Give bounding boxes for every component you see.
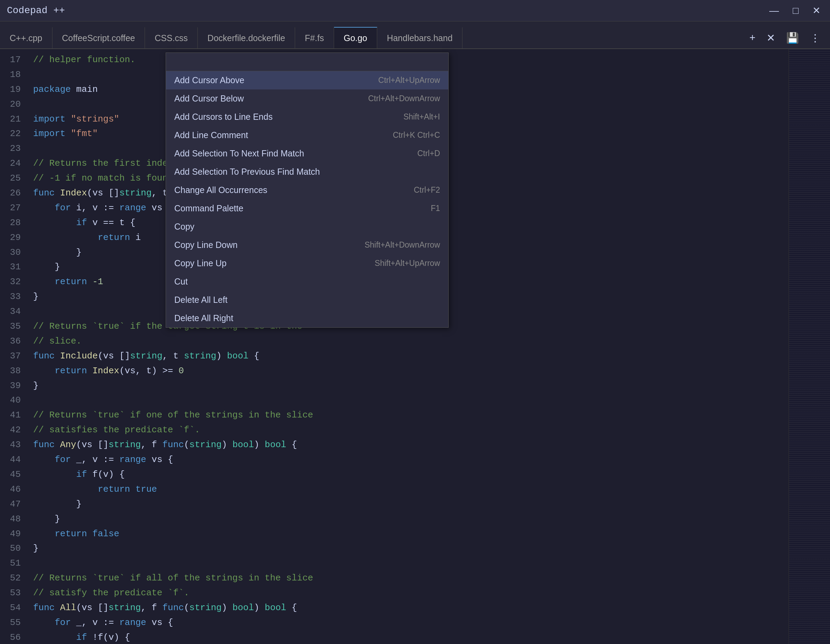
menu-item-add-cursors-line-ends[interactable]: Add Cursors to Line Ends Shift+Alt+I	[166, 108, 448, 126]
menu-item-label: Add Line Comment	[174, 130, 248, 140]
line-num: 34	[0, 304, 21, 319]
menu-item-delete-all-right[interactable]: Delete All Right	[166, 309, 448, 327]
line-num: 23	[0, 141, 21, 156]
line-num: 49	[0, 527, 21, 541]
minimap	[789, 49, 830, 644]
tab-bar: C++.cpp CoffeeScript.coffee CSS.css Dock…	[0, 21, 830, 49]
menu-item-shortcut: Shift+Alt+I	[404, 112, 440, 122]
menu-item-cut[interactable]: Cut	[166, 273, 448, 291]
app-title: Codepad ++	[7, 5, 65, 16]
line-num: 27	[0, 201, 21, 216]
line-num: 33	[0, 289, 21, 304]
menu-item-shortcut: Shift+Alt+UpArrow	[375, 259, 440, 268]
line-numbers: 17 18 19 20 21 22 23 24 25 26 27 28 29 3…	[0, 49, 28, 644]
menu-item-label: Add Cursors to Line Ends	[174, 112, 272, 122]
minimize-button[interactable]: —	[767, 4, 782, 17]
menu-item-add-selection-previous[interactable]: Add Selection To Previous Find Match	[166, 163, 448, 181]
more-tab-button[interactable]: ⋮	[807, 30, 823, 45]
line-num: 43	[0, 438, 21, 452]
line-num: 50	[0, 541, 21, 556]
line-num: 28	[0, 216, 21, 230]
context-search-input[interactable]	[171, 56, 443, 67]
line-num: 53	[0, 585, 21, 601]
tab-cpp[interactable]: C++.cpp	[0, 27, 52, 48]
line-num: 21	[0, 112, 21, 127]
line-num: 18	[0, 67, 21, 82]
menu-item-copy[interactable]: Copy	[166, 217, 448, 236]
tab-actions: + ✕ 💾 ⋮	[740, 27, 830, 48]
menu-item-label: Cut	[174, 277, 188, 287]
line-num: 54	[0, 601, 21, 615]
menu-item-shortcut: Ctrl+D	[417, 149, 440, 158]
line-num: 22	[0, 126, 21, 141]
menu-item-label: Delete All Left	[174, 295, 227, 305]
minimap-content	[789, 49, 830, 644]
line-num: 35	[0, 319, 21, 334]
line-num: 25	[0, 171, 21, 186]
menu-item-add-cursor-above[interactable]: Add Cursor Above Ctrl+Alt+UpArrow	[166, 71, 448, 89]
line-num: 31	[0, 260, 21, 274]
line-num: 55	[0, 615, 21, 630]
line-num: 52	[0, 571, 21, 585]
line-num: 40	[0, 393, 21, 408]
tab-fsharp[interactable]: F#.fs	[295, 27, 334, 48]
tab-css[interactable]: CSS.css	[145, 27, 198, 48]
menu-item-label: Command Palette	[174, 203, 243, 213]
menu-item-shortcut: F1	[431, 204, 440, 213]
line-num: 45	[0, 467, 21, 482]
line-num: 24	[0, 156, 21, 171]
line-num: 32	[0, 274, 21, 289]
line-num: 29	[0, 230, 21, 245]
context-search-bar[interactable]	[166, 53, 448, 71]
line-num: 48	[0, 512, 21, 527]
line-num: 41	[0, 408, 21, 423]
main-area: 17 18 19 20 21 22 23 24 25 26 27 28 29 3…	[0, 49, 830, 644]
line-num: 44	[0, 452, 21, 467]
menu-item-label: Add Cursor Below	[174, 94, 244, 103]
menu-item-command-palette[interactable]: Command Palette F1	[166, 199, 448, 217]
line-num: 51	[0, 556, 21, 571]
line-num: 36	[0, 334, 21, 349]
tab-go[interactable]: Go.go	[334, 27, 377, 48]
menu-item-label: Copy	[174, 222, 194, 232]
menu-item-label: Copy Line Down	[174, 240, 238, 250]
menu-item-copy-line-up[interactable]: Copy Line Up Shift+Alt+UpArrow	[166, 254, 448, 273]
line-num: 56	[0, 630, 21, 644]
line-num: 46	[0, 482, 21, 497]
line-num: 19	[0, 82, 21, 97]
save-tab-button[interactable]: 💾	[783, 30, 802, 45]
menu-item-label: Add Cursor Above	[174, 75, 244, 85]
menu-item-label: Copy Line Up	[174, 258, 227, 268]
line-num: 47	[0, 497, 21, 512]
tab-coffee[interactable]: CoffeeScript.coffee	[52, 27, 145, 48]
menu-item-label: Delete All Right	[174, 313, 233, 323]
menu-item-shortcut: Ctrl+Alt+DownArrow	[368, 94, 440, 103]
menu-item-shortcut: Ctrl+Alt+UpArrow	[378, 76, 440, 85]
menu-item-add-cursor-below[interactable]: Add Cursor Below Ctrl+Alt+DownArrow	[166, 89, 448, 108]
line-num: 39	[0, 379, 21, 393]
menu-item-delete-all-left[interactable]: Delete All Left	[166, 291, 448, 309]
tab-docker[interactable]: Dockerfile.dockerfile	[198, 27, 295, 48]
menu-item-shortcut: Shift+Alt+DownArrow	[364, 240, 440, 250]
line-num: 42	[0, 423, 21, 438]
maximize-button[interactable]: □	[790, 4, 801, 17]
close-button[interactable]: ✕	[809, 3, 823, 17]
close-tab-button[interactable]: ✕	[764, 30, 778, 45]
menu-item-change-all-occurrences[interactable]: Change All Occurrences Ctrl+F2	[166, 181, 448, 199]
tab-handlebars[interactable]: Handlebars.hand	[377, 27, 463, 48]
line-num: 37	[0, 349, 21, 363]
menu-item-label: Add Selection To Previous Find Match	[174, 167, 320, 177]
line-num: 30	[0, 245, 21, 260]
menu-item-label: Change All Occurrences	[174, 185, 268, 195]
menu-item-label: Add Selection To Next Find Match	[174, 149, 304, 159]
line-num: 17	[0, 52, 21, 67]
window-controls: — □ ✕	[767, 3, 823, 17]
context-menu: Add Cursor Above Ctrl+Alt+UpArrow Add Cu…	[166, 52, 449, 328]
menu-item-copy-line-down[interactable]: Copy Line Down Shift+Alt+DownArrow	[166, 236, 448, 254]
add-tab-button[interactable]: +	[746, 30, 758, 45]
line-num: 20	[0, 97, 21, 112]
menu-item-add-line-comment[interactable]: Add Line Comment Ctrl+K Ctrl+C	[166, 126, 448, 144]
line-num: 26	[0, 186, 21, 201]
menu-item-add-selection-next[interactable]: Add Selection To Next Find Match Ctrl+D	[166, 144, 448, 163]
line-num: 38	[0, 363, 21, 379]
